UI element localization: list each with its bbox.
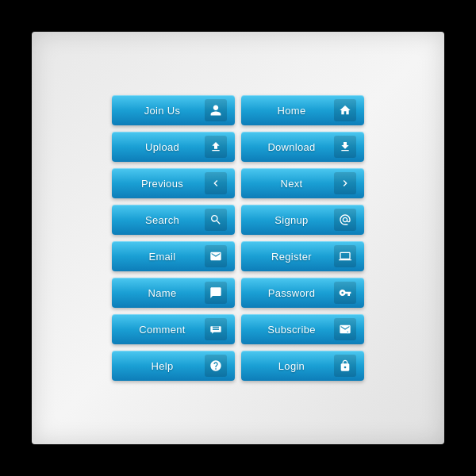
previous-label: Previous [120,178,205,190]
question-icon [205,355,227,377]
search-button[interactable]: Search [112,205,235,235]
download-label: Download [249,141,334,153]
email-icon [205,245,227,267]
login-button[interactable]: Login [241,351,364,381]
chat-icon [205,282,227,304]
main-frame: Join Us Home Upload Download Previous Ne… [32,32,444,444]
name-label: Name [120,287,205,299]
join-us-label: Join Us [120,105,205,117]
home-icon [334,99,356,121]
download-icon [334,136,356,158]
register-button[interactable]: Register [241,241,364,271]
key-icon [334,282,356,304]
search-icon [205,209,227,231]
comment-icon [205,318,227,340]
next-label: Next [249,178,334,190]
chevron-right-icon [334,172,356,194]
next-button[interactable]: Next [241,168,364,198]
join-us-button[interactable]: Join Us [112,95,235,125]
login-label: Login [249,360,334,372]
subscribe-button[interactable]: Subscribe [241,314,364,344]
lock-icon [334,355,356,377]
help-button[interactable]: Help [112,351,235,381]
upload-label: Upload [120,141,205,153]
person-icon [205,99,227,121]
email-label: Email [120,251,205,263]
signup-button[interactable]: Signup [241,205,364,235]
email-button[interactable]: Email [112,241,235,271]
register-label: Register [249,251,334,263]
password-label: Password [249,287,334,299]
download-button[interactable]: Download [241,132,364,162]
laptop-icon [334,245,356,267]
subscribe-label: Subscribe [249,324,334,336]
upload-icon [205,136,227,158]
comment-button[interactable]: Comment [112,314,235,344]
help-label: Help [120,360,205,372]
search-label: Search [120,214,205,226]
comment-label: Comment [120,324,205,336]
button-grid: Join Us Home Upload Download Previous Ne… [96,79,380,397]
home-button[interactable]: Home [241,95,364,125]
at-icon [334,209,356,231]
password-button[interactable]: Password [241,278,364,308]
home-label: Home [249,105,334,117]
previous-button[interactable]: Previous [112,168,235,198]
subscribe-icon [334,318,356,340]
chevron-left-icon [205,172,227,194]
upload-button[interactable]: Upload [112,132,235,162]
name-button[interactable]: Name [112,278,235,308]
signup-label: Signup [249,214,334,226]
